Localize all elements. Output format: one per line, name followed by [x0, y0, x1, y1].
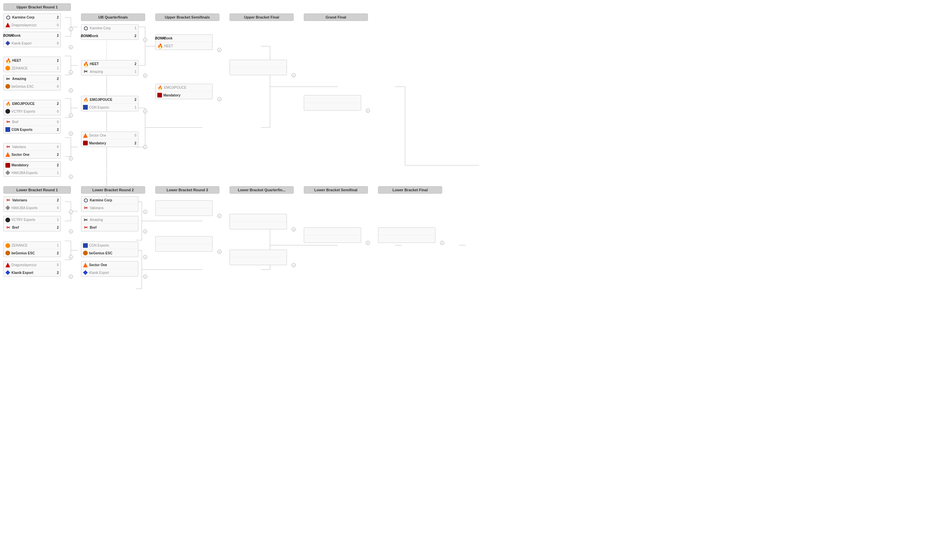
- begenius-lr1-icon: [5, 251, 10, 255]
- ubqf-m2-team2: ✂ Amazing 1: [81, 68, 138, 75]
- ubr1-m5-t2-name: VCTRY Esports: [11, 110, 55, 113]
- ubr1-m5-info[interactable]: i: [69, 113, 73, 117]
- ubf-m1-info[interactable]: i: [291, 73, 296, 77]
- ubr1-m7-t1-score: 0: [55, 145, 59, 149]
- ubr1-m5-team1: 🔥 EMOJIPOUCE 2: [4, 100, 60, 108]
- emoji-qf-icon: 🔥: [83, 97, 88, 103]
- lbr2-m1-t2-name: Valorians: [90, 206, 132, 210]
- emoji-icon: 🔥: [5, 101, 11, 106]
- vctry-icon: [5, 109, 10, 114]
- bonk-sf-icon: BONK: [157, 36, 163, 41]
- lbr1-m1-info[interactable]: i: [69, 210, 73, 214]
- lbr1-m3-info[interactable]: i: [69, 255, 73, 259]
- ubr1-m1-info[interactable]: i: [69, 27, 73, 31]
- lbqf-m1-team2: [230, 222, 287, 229]
- karmine-icon: ⬡: [5, 15, 11, 20]
- sectorone-lr2-icon: [83, 263, 88, 268]
- ubr1-m1-t2-name: Dragonslayerzzz: [11, 23, 55, 27]
- ubf-m1-team2: [230, 68, 287, 75]
- lbr3-m2-info[interactable]: i: [217, 250, 222, 254]
- ubr1-m6-t1-name: Bref: [12, 120, 55, 124]
- ubr1-m4-t1-score: 2: [55, 77, 59, 81]
- lbr1-m1-team1: ✂ Valorians 2: [4, 197, 60, 204]
- lbr1-m4-t2-name: Klanik Esport: [11, 271, 55, 275]
- lbqf-m2-info[interactable]: i: [291, 263, 296, 267]
- ubr1-m6-t2-score: 2: [55, 128, 59, 132]
- ubr1-m8-t2-name: HAKUBA Esports: [11, 171, 55, 175]
- lbr1-m4-info[interactable]: i: [69, 275, 73, 278]
- ubqf-m2-info[interactable]: i: [143, 74, 147, 78]
- lbr1-m3-t2-score: 2: [55, 251, 59, 255]
- lbqf-match1: i: [230, 214, 294, 229]
- valorians-lr2-icon: ✂: [83, 205, 88, 211]
- lbr1-m1-t2-name: HAKUBA Esports: [11, 206, 55, 210]
- lbr3-m2-team1: [156, 237, 212, 244]
- heet-qf-icon: 🔥: [83, 62, 88, 67]
- ubr1-m4-info[interactable]: i: [69, 88, 73, 92]
- lbr2-m4-info[interactable]: i: [143, 275, 147, 278]
- lbr1-m4-t1-score: 0: [55, 263, 59, 267]
- cgn-icon: [5, 127, 10, 132]
- gf-m1-info[interactable]: i: [366, 109, 370, 113]
- lbr1-m2-team1: VCTRY Esports 1: [4, 216, 60, 224]
- lbsf-m1-team1: [304, 228, 361, 235]
- lbsf-t1-icon: [306, 229, 311, 234]
- ubsf-m1-team2: 🔥 HEET: [156, 42, 212, 49]
- lbr2-m4-t1-name: Sector One: [89, 263, 132, 267]
- lbr2-m2-info[interactable]: i: [143, 229, 147, 234]
- ubsf-m2-info[interactable]: i: [217, 97, 222, 101]
- lbr1-match3: ZERANCE 1 beGenius ESC 2 i: [3, 242, 71, 257]
- ubr1-m5-t1-name: EMOJIPOUCE: [12, 102, 55, 106]
- lbr2-m3-info[interactable]: i: [143, 255, 147, 259]
- ubsf-match2: 🔥 EMOJIPOUCE Mandatory i: [155, 84, 219, 99]
- ubqf-m4-t1-name: Sector One: [89, 134, 132, 137]
- heet-sf-icon: 🔥: [157, 43, 163, 49]
- ubr1-m4-team2: beGenius ESC 0: [4, 83, 60, 90]
- ubqf-m3-t1-name: EMOJIPOUCE: [90, 98, 132, 102]
- ubqf-m1-info[interactable]: i: [143, 38, 147, 42]
- ubqf-m3-t1-score: 2: [132, 98, 136, 102]
- ubsf-header: Upper Bracket Semifinals: [155, 14, 219, 21]
- ubqf-m1-t2-name: Bonk: [90, 34, 132, 38]
- ubr1-m2-info[interactable]: i: [69, 45, 73, 49]
- lbqf-m2-team2: [230, 257, 287, 265]
- ubr1-m7-t2-score: 2: [55, 153, 59, 157]
- ubsf-m2-t1-name: EMOJIPOUCE: [164, 86, 207, 89]
- lbr2-m1-info[interactable]: i: [143, 210, 147, 214]
- lbr1-m2-t2-name: Bref: [12, 226, 55, 229]
- lbqf-m2-t2-icon: [231, 258, 237, 264]
- klanik-lr1-icon: [5, 270, 10, 275]
- lbsf-m1-info[interactable]: i: [366, 241, 370, 245]
- dslzzz-lr1-icon: [5, 263, 10, 268]
- ubr1-m7-info[interactable]: i: [69, 157, 73, 161]
- ubr1-m3-team2: ZERANCE 1: [4, 65, 60, 72]
- lbr2-m1-t1-name: Karmine Corp: [90, 198, 132, 202]
- ubqf-m3-info[interactable]: i: [143, 109, 147, 113]
- ubqf-m4-info[interactable]: i: [143, 145, 147, 149]
- ubr1-m7-team2: Sector One 2: [4, 151, 60, 158]
- lbf-m1-info[interactable]: i: [440, 241, 444, 245]
- lbf-m1-team2: [378, 235, 435, 243]
- karmine-lr2-icon: ⬡: [83, 198, 88, 203]
- ubf-m1-team1: [230, 60, 287, 68]
- lbr3-m1-info[interactable]: i: [217, 214, 222, 218]
- bonk-icon: BONK: [5, 33, 11, 38]
- lbr1-match2: VCTRY Esports 1 ✂ Bref 2 i: [3, 216, 71, 231]
- ubr1-match2: BONK Bonk 2 Klanik Esport 0 i: [3, 32, 71, 47]
- ubr1-m6-info[interactable]: i: [69, 132, 73, 135]
- ubqf-m3-team1: 🔥 EMOJIPOUCE 2: [81, 96, 138, 103]
- lbqf-m1-info[interactable]: i: [291, 228, 296, 231]
- ubsf-m1-info[interactable]: i: [217, 48, 222, 52]
- lbr1-match1: ✂ Valorians 2 HAKUBA Esports 0 i: [3, 196, 71, 212]
- ubr1-m3-info[interactable]: i: [69, 70, 73, 74]
- lbr3-m2-t2-icon: [157, 245, 163, 250]
- lbqf-m2-t1-icon: [231, 251, 237, 256]
- lbr1-m2-t1-name: VCTRY Esports: [11, 218, 55, 222]
- ubr1-match6: ✂ Bref 0 CGN Esports 2 i: [3, 118, 71, 134]
- lbr1-m4-t1-name: Dragonslayerzzz: [11, 263, 55, 267]
- lbr2-m2-team2: ✂ Bref: [81, 224, 138, 231]
- ubr1-m8-info[interactable]: i: [69, 175, 73, 179]
- lbr1-m2-info[interactable]: i: [69, 229, 73, 234]
- lbr1-m2-t1-score: 1: [55, 218, 59, 222]
- ubr1-m4-t2-name: beGenius ESC: [11, 85, 55, 88]
